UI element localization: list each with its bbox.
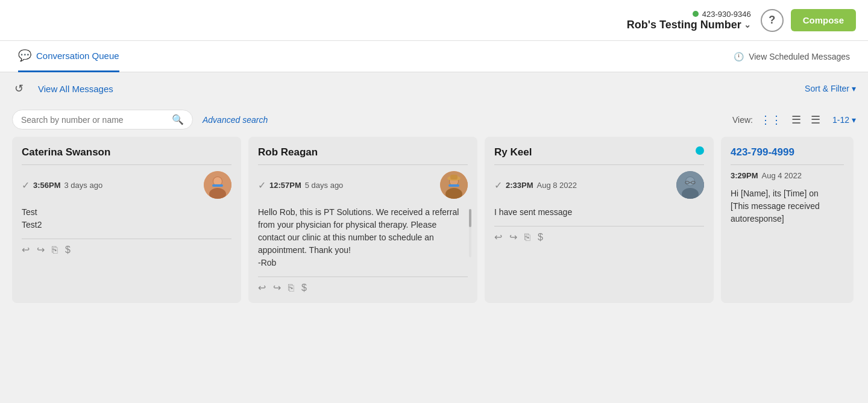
copy-icon[interactable]: ⎘ (524, 232, 530, 243)
time-ago: 5 days ago (305, 181, 344, 190)
forward-icon[interactable]: ↪ (37, 244, 45, 255)
card-meta-caterina: ✓ 3:56PM 3 days ago (22, 171, 231, 199)
time-bold: 12:57PM (269, 181, 301, 190)
reply-icon[interactable]: ↩ (22, 244, 30, 255)
time-bold: 3:29PM (731, 171, 758, 180)
online-indicator (696, 146, 704, 155)
conversation-card-rob[interactable]: Rob Reagan ✓ 12:57PM 5 days ago (248, 137, 477, 303)
compact-view-button[interactable]: ☰ (789, 112, 804, 128)
copy-icon[interactable]: ⎘ (288, 283, 294, 293)
card-time-rob: ✓ 12:57PM 5 days ago (258, 180, 343, 191)
tab-conversation-queue[interactable]: 💬 Conversation Queue (18, 41, 119, 72)
card-footer-ry: ↩ ↪ ⎘ $ (494, 226, 704, 243)
sort-filter-button[interactable]: Sort & Filter ▾ (805, 84, 856, 93)
phone-number-display: 423-930-9346 (702, 10, 751, 19)
status-dot (693, 11, 699, 17)
card-name-rob: Rob Reagan (258, 146, 468, 158)
reply-icon[interactable]: ↩ (258, 282, 266, 293)
conversation-card-caterina[interactable]: Caterina Swanson ✓ 3:56PM 3 days ago Tes… (12, 137, 241, 303)
top-header: 423-930-9346 Rob's Testing Number ⌄ ? Co… (0, 0, 868, 41)
toolbar: ↺ View All Messages Sort & Filter ▾ (0, 72, 868, 105)
card-name-unknown: 423-799-4999 (731, 146, 844, 158)
svg-rect-4 (212, 184, 223, 187)
clock-icon: 🕛 (734, 52, 744, 61)
card-message-rob: Hello Rob, this is PT Solutions. We rece… (258, 206, 468, 269)
copy-icon[interactable]: ⎘ (52, 245, 58, 255)
chevron-down-icon: ▾ (852, 84, 856, 93)
card-message-caterina: TestTest2 (22, 206, 231, 231)
avatar-rob (440, 171, 468, 199)
view-label: View: (732, 115, 753, 125)
chevron-down-icon: ⌄ (744, 20, 751, 30)
reply-icon[interactable]: ↩ (494, 231, 502, 243)
time-ago: 3 days ago (64, 181, 103, 190)
pagination-control[interactable]: 1-12 ▾ (832, 115, 856, 125)
card-time-ry: ✓ 2:33PM Aug 8 2022 (494, 180, 577, 191)
dollar-icon[interactable]: $ (538, 232, 543, 243)
time-ago: Aug 8 2022 (537, 181, 577, 190)
time-bold: 2:33PM (506, 181, 533, 190)
scroll-thumb (469, 209, 471, 227)
testing-number-selector[interactable]: Rob's Testing Number ⌄ (627, 19, 751, 31)
compose-button[interactable]: Compose (791, 9, 856, 31)
card-time-caterina: ✓ 3:56PM 3 days ago (22, 180, 102, 191)
search-icon: 🔍 (172, 114, 184, 125)
svg-rect-9 (448, 184, 459, 187)
cards-area: Caterina Swanson ✓ 3:56PM 3 days ago Tes… (0, 137, 868, 315)
pagination-label: 1-12 (832, 115, 849, 125)
check-icon: ✓ (22, 180, 30, 191)
view-all-messages-button[interactable]: View All Messages (38, 84, 113, 94)
card-message-ry: I have sent message (494, 206, 704, 219)
forward-icon[interactable]: ↪ (273, 282, 281, 293)
view-scheduled-messages[interactable]: 🕛 View Scheduled Messages (734, 52, 850, 61)
grid-view-button[interactable]: ⋮⋮ (758, 112, 784, 128)
chat-icon: 💬 (18, 49, 31, 62)
check-icon: ✓ (258, 180, 266, 191)
conversation-queue-label: Conversation Queue (36, 51, 119, 61)
time-ago: Aug 4 2022 (762, 171, 802, 180)
forward-icon[interactable]: ↪ (509, 231, 517, 243)
check-icon: ✓ (494, 180, 502, 191)
svg-rect-11 (450, 175, 458, 180)
card-meta-rob: ✓ 12:57PM 5 days ago (258, 171, 468, 199)
view-scheduled-label: View Scheduled Messages (749, 52, 850, 61)
search-input-wrap: 🔍 (12, 110, 193, 130)
avatar-caterina (204, 171, 231, 199)
card-footer-rob: ↩ ↪ ⎘ $ (258, 276, 468, 293)
list-view-button[interactable]: ☰ (808, 112, 823, 128)
nav-tabs: 💬 Conversation Queue 🕛 View Scheduled Me… (0, 41, 868, 72)
dollar-icon[interactable]: $ (301, 283, 307, 293)
card-name-caterina: Caterina Swanson (22, 146, 231, 158)
advanced-search-link[interactable]: Advanced search (203, 115, 268, 125)
search-input[interactable] (21, 115, 167, 125)
dollar-icon[interactable]: $ (65, 245, 71, 255)
time-bold: 3:56PM (33, 181, 61, 190)
card-time-unknown: 3:29PM Aug 4 2022 (731, 171, 844, 180)
search-bar-row: 🔍 Advanced search View: ⋮⋮ ☰ ☰ 1-12 ▾ (0, 105, 868, 137)
testing-number-label: Rob's Testing Number (627, 19, 741, 31)
card-footer-caterina: ↩ ↪ ⎘ $ (22, 239, 231, 255)
card-message-unknown: Hi [Name], its [Time] on[This message re… (731, 187, 844, 225)
phone-status: 423-930-9346 (693, 10, 751, 19)
card-meta-ry: ✓ 2:33PM Aug 8 2022 (494, 171, 704, 199)
help-button[interactable]: ? (761, 9, 784, 32)
conversation-card-unknown[interactable]: 423-799-4999 3:29PM Aug 4 2022 Hi [Name]… (721, 137, 854, 303)
card-name-ry: Ry Keel (494, 146, 704, 158)
svg-point-3 (213, 177, 222, 186)
scroll-track (469, 209, 471, 257)
phone-info: 423-930-9346 Rob's Testing Number ⌄ (627, 10, 751, 31)
pagination-chevron: ▾ (852, 115, 856, 125)
refresh-button[interactable]: ↺ (12, 80, 26, 98)
avatar-ry (676, 171, 704, 199)
conversation-card-ry[interactable]: Ry Keel ✓ 2:33PM Aug 8 2022 (485, 137, 714, 303)
sort-filter-label: Sort & Filter (805, 84, 849, 93)
view-controls: View: ⋮⋮ ☰ ☰ 1-12 ▾ (732, 112, 856, 128)
